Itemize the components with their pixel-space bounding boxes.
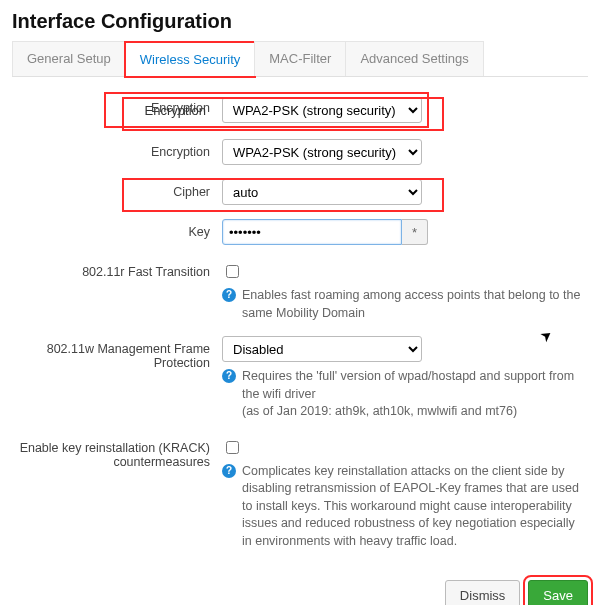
tab-advanced[interactable]: Advanced Settings [345, 41, 483, 76]
info-icon: ? [222, 464, 236, 478]
save-button[interactable]: Save [528, 580, 588, 605]
encryption-select[interactable]: WPA2-PSK (strong security) [222, 97, 422, 123]
key-label: Key [12, 219, 222, 239]
row-cipher: Cipher auto [12, 179, 588, 205]
page-title: Interface Configuration [12, 10, 588, 33]
ft-help: Enables fast roaming among access points… [242, 287, 582, 322]
encryption-label: Encryption [12, 139, 222, 159]
info-icon: ? [222, 369, 236, 383]
krack-label: Enable key reinstallation (KRACK) counte… [12, 435, 222, 469]
dismiss-button[interactable]: Dismiss [445, 580, 521, 605]
tab-general[interactable]: General Setup [12, 41, 126, 76]
row-fast-transition: 802.11r Fast Transition ? Enables fast r… [12, 259, 588, 322]
info-icon: ? [222, 288, 236, 302]
encryption-select[interactable]: WPA2-PSK (strong security) [222, 139, 422, 165]
tabs: General Setup Wireless Security MAC-Filt… [12, 41, 588, 77]
row-krack: Enable key reinstallation (KRACK) counte… [12, 435, 588, 551]
footer: Dismiss Save [12, 580, 588, 605]
ft-checkbox[interactable] [226, 265, 239, 278]
tab-wireless-security[interactable]: Wireless Security [125, 42, 255, 77]
krack-help: Complicates key reinstallation attacks o… [242, 463, 582, 551]
mfp-help-sub: (as of Jan 2019: ath9k, ath10k, mwlwifi … [242, 403, 582, 421]
row-key: Key * [12, 219, 588, 245]
cipher-select[interactable]: auto [222, 179, 422, 205]
row-encryption: Encryption WPA2-PSK (strong security) [12, 139, 588, 165]
row-mfp: 802.11w Management Frame Protection Disa… [12, 336, 588, 421]
mfp-help: Requires the 'full' version of wpad/host… [242, 368, 582, 403]
mfp-label: 802.11w Management Frame Protection [12, 336, 222, 370]
reveal-key-button[interactable]: * [402, 219, 428, 245]
key-input[interactable] [222, 219, 402, 245]
tab-mac-filter[interactable]: MAC-Filter [254, 41, 346, 76]
ft-label: 802.11r Fast Transition [12, 259, 222, 279]
cipher-label: Cipher [12, 179, 222, 199]
krack-checkbox[interactable] [226, 441, 239, 454]
mfp-select[interactable]: Disabled [222, 336, 422, 362]
